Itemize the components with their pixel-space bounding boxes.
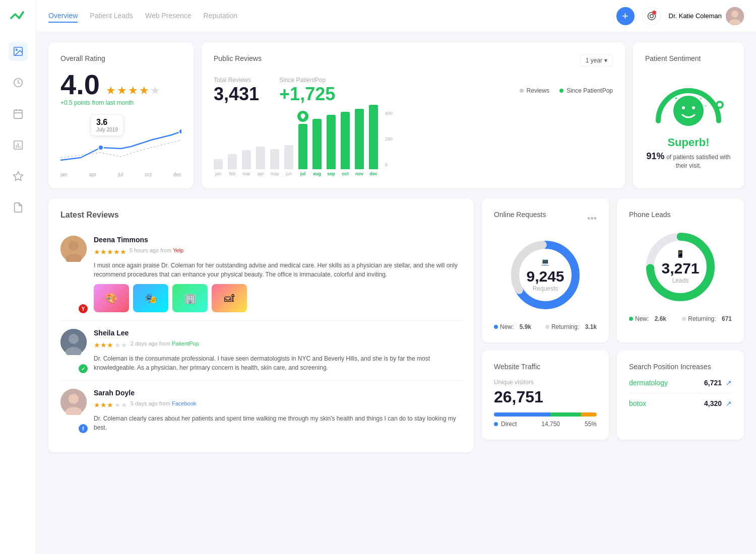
svg-point-1 (16, 49, 17, 50)
traffic-segment-other (581, 412, 597, 417)
svg-rect-3 (14, 110, 22, 119)
traffic-search-row: Website Traffic Unique visitors 26,751 D… (482, 351, 744, 440)
phone-returning-value: 671 (722, 315, 732, 322)
svg-point-13 (650, 14, 653, 18)
bar-jun: jun (284, 145, 293, 176)
overall-rating-title: Overall Rating (60, 54, 181, 62)
svg-point-26 (673, 96, 704, 126)
sidebar-star-icon[interactable] (9, 167, 28, 186)
search-count-2: 4,320 (704, 399, 722, 407)
search-positions-card: Search Position Increases dermatology 6,… (617, 351, 744, 440)
more-options-icon[interactable]: ••• (587, 214, 597, 224)
bar-may: may (270, 149, 279, 176)
phone-leads-sub: Leads (661, 277, 699, 284)
unique-visitors-count: 26,751 (494, 388, 597, 406)
x-label-dec: dec (173, 172, 181, 177)
x-label-jan: jan (60, 172, 67, 177)
online-requests-card: Online Requests ••• 💻 9,245 (482, 198, 609, 342)
review-text-3: Dr. Coleman clearly cares about her pati… (94, 414, 462, 432)
phone-leads-title: Phone Leads (629, 211, 732, 219)
sidebar-calendar-icon[interactable] (9, 104, 28, 123)
reviewer-name-1: Deena Timmons (94, 236, 462, 244)
x-label-apr: apr (89, 172, 96, 177)
tab-reputation[interactable]: Reputation (204, 10, 238, 23)
app-logo (9, 8, 27, 30)
target-icon[interactable] (643, 7, 661, 25)
star-1: ★ (106, 84, 116, 97)
phone-leads-card: Phone Leads 📱 3,271 Leads (617, 198, 744, 342)
bar-mar: mar (242, 150, 251, 176)
total-reviews-label: Total Reviews (214, 77, 259, 84)
rating-value: 4.0 (60, 71, 100, 99)
tab-patient-leads[interactable]: Patient Leads (90, 10, 133, 23)
review-item-1: Y Deena Timmons ★★★★★ 5 hours ago from Y… (60, 228, 462, 321)
latest-reviews-card: Latest Reviews Y Deena Timmons ★★★★★ (48, 198, 474, 452)
search-term-1[interactable]: dermatology (629, 379, 700, 387)
tab-overview[interactable]: Overview (48, 10, 78, 23)
svg-point-19 (731, 11, 738, 18)
platform-link-yelp[interactable]: Yelp (173, 247, 183, 253)
search-item-1: dermatology 6,721 ↗ (629, 379, 732, 387)
tooltip-value: 3.6 (96, 118, 118, 127)
bar-sep: sep (327, 115, 336, 176)
reviewer-avatar-3: f (60, 389, 87, 432)
chart-tooltip: 3.6 July 2019 (91, 114, 123, 136)
search-count-1: 6,721 (704, 379, 722, 387)
bar-apr: apr (256, 147, 265, 176)
platform-link-patientpop[interactable]: PatientPop (172, 340, 199, 347)
traffic-direct-row: Direct 14,750 55% (494, 421, 597, 428)
sidebar-report-icon[interactable] (9, 135, 28, 155)
sidebar-clock-icon[interactable] (9, 73, 28, 92)
svg-point-21 (98, 145, 103, 150)
online-requests-title: Online Requests (494, 211, 546, 219)
svg-text:✦: ✦ (700, 97, 702, 100)
website-traffic-card: Website Traffic Unique visitors 26,751 D… (482, 351, 609, 440)
direct-label: Direct (501, 421, 517, 428)
search-positions-title: Search Position Increases (629, 363, 732, 371)
period-selector[interactable]: 1 year ▾ (580, 54, 613, 66)
platform-link-facebook[interactable]: Facebook (172, 400, 196, 406)
sentiment-stat: 91% of patients satisfied with their vis… (645, 151, 732, 169)
bar-dec: dec (369, 105, 378, 176)
rating-change: +0.5 points from last month (60, 99, 181, 106)
returning-value: 3.1k (585, 323, 597, 330)
traffic-bar (494, 412, 597, 417)
bar-jul: jul (298, 124, 307, 176)
phone-leads-label: 📱 3,271 Leads (661, 250, 699, 284)
nav-tabs: Overview Patient Leads Web Presence Repu… (48, 10, 600, 23)
search-term-2[interactable]: botox (629, 399, 700, 407)
svg-point-28 (692, 106, 695, 109)
since-patientpop-value: +1,725 (279, 84, 335, 105)
new-label: New: (500, 323, 514, 330)
online-requests-label: 💻 9,245 Requests (526, 258, 564, 292)
right-column: Online Requests ••• 💻 9,245 (482, 198, 744, 452)
review-meta-3: 5 days ago from Facebook (131, 400, 196, 406)
website-traffic-title: Website Traffic (494, 363, 597, 371)
overall-rating-card: Overall Rating 4.0 ★ ★ ★ ★ ★ +0.5 points… (48, 42, 194, 188)
search-item-2: botox 4,320 ↗ (629, 393, 732, 407)
sentiment-label: Superb! (645, 136, 732, 149)
sidebar (0, 0, 36, 462)
svg-text:✦: ✦ (674, 96, 678, 101)
svg-text:✦: ✦ (705, 104, 707, 107)
x-axis-labels: jan apr jul oct dec (60, 172, 181, 177)
since-patientpop-label: Since PatientPop (279, 77, 335, 84)
review-content-3: Sarah Doyle ★★★★★ 5 days ago from Facebo… (94, 389, 462, 432)
reviewer-avatar-2: ✓ (60, 329, 87, 372)
svg-marker-11 (13, 172, 22, 180)
phone-leads-stats: New: 2.6k Returning: 671 (629, 315, 732, 322)
reviewer-name-2: Sheila Lee (94, 329, 462, 337)
online-requests-count: 9,245 (526, 268, 564, 285)
sidebar-document-icon[interactable] (9, 198, 28, 217)
patient-sentiment-title: Patient Sentiment (645, 54, 732, 62)
sidebar-gallery-icon[interactable] (9, 42, 28, 61)
star-3: ★ (128, 84, 138, 97)
direct-pct: 55% (585, 421, 597, 428)
bar-chart: jan feb mar apr (214, 111, 613, 176)
online-requests-donut: 💻 9,245 Requests (494, 235, 597, 315)
review-item-3: f Sarah Doyle ★★★★★ 5 days ago from Face… (60, 381, 462, 440)
tooltip-date: July 2019 (96, 127, 118, 132)
add-button[interactable]: + (616, 7, 635, 25)
svg-point-36 (69, 334, 79, 344)
tab-web-presence[interactable]: Web Presence (145, 10, 192, 23)
